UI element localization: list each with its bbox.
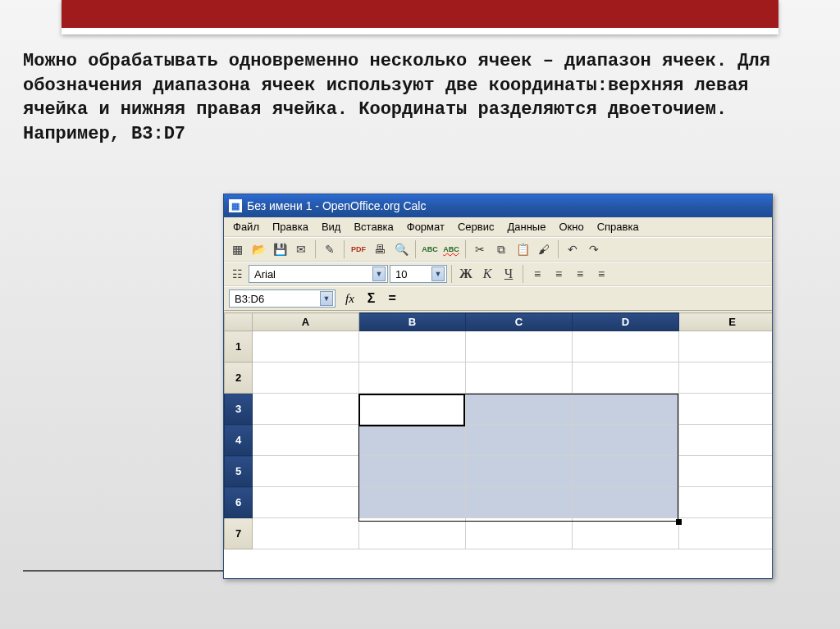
cell[interactable] [679, 331, 773, 362]
align-justify-icon[interactable]: ≡ [591, 264, 611, 284]
save-icon[interactable]: 💾 [270, 239, 290, 259]
row-header-6[interactable]: 6 [225, 487, 253, 518]
spellcheck-icon[interactable]: ABC [420, 239, 440, 259]
cell[interactable] [253, 394, 359, 425]
cell[interactable] [466, 394, 573, 425]
styles-icon[interactable]: ☷ [227, 264, 247, 284]
col-header-b[interactable]: B [359, 313, 466, 331]
cell[interactable] [253, 331, 359, 362]
menu-file[interactable]: Файл [227, 219, 265, 235]
menu-edit[interactable]: Правка [267, 219, 314, 235]
cell[interactable] [679, 456, 773, 487]
cell[interactable] [573, 331, 679, 362]
cell[interactable] [573, 394, 679, 425]
row-header-3[interactable]: 3 [225, 394, 253, 425]
cell[interactable] [466, 362, 573, 394]
print-preview-icon[interactable]: 🔍 [391, 239, 411, 259]
separator [465, 240, 466, 258]
chevron-down-icon[interactable]: ▼ [431, 267, 445, 281]
chevron-down-icon[interactable]: ▼ [372, 267, 386, 281]
row-header-4[interactable]: 4 [225, 425, 253, 456]
cell[interactable] [573, 487, 679, 518]
menu-data[interactable]: Данные [501, 219, 551, 235]
align-right-icon[interactable]: ≡ [570, 264, 590, 284]
cell-active[interactable] [359, 394, 466, 425]
col-header-d[interactable]: D [573, 313, 679, 331]
cell[interactable] [359, 425, 466, 456]
edit-icon[interactable]: ✎ [320, 239, 340, 259]
cell[interactable] [679, 362, 773, 394]
menu-window[interactable]: Окно [553, 219, 589, 235]
select-all-corner[interactable] [225, 313, 253, 331]
cell[interactable] [359, 518, 466, 549]
menu-view[interactable]: Вид [316, 219, 347, 235]
fill-handle[interactable] [676, 519, 682, 525]
format-paintbrush-icon[interactable]: 🖌 [534, 239, 554, 259]
copy-icon[interactable]: ⧉ [491, 239, 511, 259]
export-pdf-icon[interactable]: PDF [349, 239, 368, 259]
autospell-icon[interactable]: ABC [441, 239, 461, 259]
cell[interactable] [679, 425, 773, 456]
cut-icon[interactable]: ✂ [470, 239, 490, 259]
row-header-7[interactable]: 7 [225, 518, 253, 549]
cell[interactable] [573, 518, 679, 549]
font-name-value: Arial [254, 268, 276, 280]
menu-format[interactable]: Формат [401, 219, 450, 235]
menu-tools[interactable]: Сервис [452, 219, 500, 235]
equals-button[interactable]: = [385, 291, 399, 306]
app-icon: ▦ [229, 199, 242, 212]
menu-insert[interactable]: Вставка [348, 219, 399, 235]
menubar: Файл Правка Вид Вставка Формат Сервис Да… [224, 217, 772, 237]
cell[interactable] [679, 394, 773, 425]
cell[interactable] [466, 456, 573, 487]
cell[interactable] [359, 362, 466, 394]
sum-button[interactable]: Σ [364, 291, 379, 306]
separator [315, 240, 316, 258]
row-header-2[interactable]: 2 [225, 362, 253, 394]
cell[interactable] [679, 487, 773, 518]
paste-icon[interactable]: 📋 [513, 239, 532, 259]
cell[interactable] [573, 362, 679, 394]
align-left-icon[interactable]: ≡ [527, 264, 547, 284]
cell[interactable] [359, 487, 466, 518]
underline-button[interactable]: Ч [499, 264, 518, 284]
cell[interactable] [573, 425, 679, 456]
row-header-1[interactable]: 1 [225, 331, 253, 362]
row-header-5[interactable]: 5 [225, 456, 253, 487]
bold-button[interactable]: Ж [456, 264, 476, 284]
font-name-combo[interactable]: Arial ▼ [249, 265, 388, 283]
spreadsheet-grid[interactable]: A B C D E 1 2 3 4 5 6 7 [224, 312, 772, 578]
formatting-toolbar: ☷ Arial ▼ 10 ▼ Ж К Ч ≡ ≡ ≡ ≡ [224, 262, 772, 286]
align-center-icon[interactable]: ≡ [549, 264, 568, 284]
cell[interactable] [253, 362, 359, 394]
function-wizard-button[interactable]: fx [342, 292, 358, 306]
cell[interactable] [359, 331, 466, 362]
cell[interactable] [466, 425, 573, 456]
cell[interactable] [466, 518, 573, 549]
chevron-down-icon[interactable]: ▼ [320, 291, 333, 306]
col-header-a[interactable]: A [253, 313, 359, 331]
cell[interactable] [253, 425, 359, 456]
font-size-combo[interactable]: 10 ▼ [390, 265, 447, 283]
cell[interactable] [679, 518, 773, 549]
redo-icon[interactable]: ↷ [584, 239, 604, 259]
open-icon[interactable]: 📂 [249, 239, 268, 259]
menu-help[interactable]: Справка [591, 219, 645, 235]
titlebar[interactable]: ▦ Без имени 1 - OpenOffice.org Calc [224, 194, 772, 217]
col-header-e[interactable]: E [679, 313, 773, 331]
italic-button[interactable]: К [477, 264, 497, 284]
cell[interactable] [253, 487, 359, 518]
cell[interactable] [573, 456, 679, 487]
col-header-c[interactable]: C [466, 313, 573, 331]
cell[interactable] [359, 456, 466, 487]
cell[interactable] [253, 456, 359, 487]
window-title: Без имени 1 - OpenOffice.org Calc [247, 199, 426, 212]
name-box[interactable]: B3:D6 ▼ [229, 289, 336, 308]
undo-icon[interactable]: ↶ [563, 239, 582, 259]
cell[interactable] [253, 518, 359, 549]
print-icon[interactable]: 🖶 [370, 239, 390, 259]
cell[interactable] [466, 487, 573, 518]
cell[interactable] [466, 331, 573, 362]
new-icon[interactable]: ▦ [227, 239, 247, 259]
mail-icon[interactable]: ✉ [291, 239, 311, 259]
